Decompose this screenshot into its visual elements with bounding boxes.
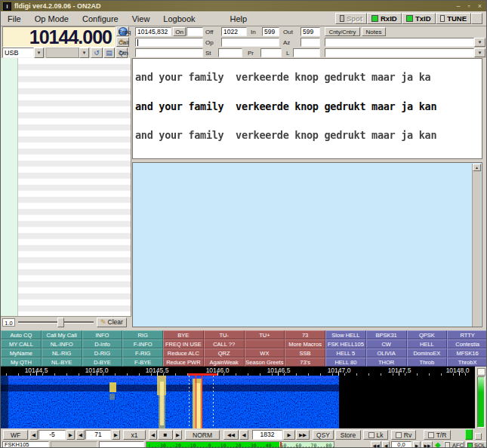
range-increase-button[interactable]: ▶ <box>112 430 120 440</box>
pause-button[interactable]: ■ <box>158 430 173 440</box>
txid-toggle[interactable]: TxID <box>402 13 436 24</box>
macro-button[interactable]: My QTH <box>1 357 42 367</box>
notes-button[interactable]: Notes <box>362 27 386 36</box>
carrier-down-button[interactable]: ◀ <box>239 430 248 440</box>
macro-button[interactable]: More Macros <box>285 339 325 348</box>
locator-field[interactable] <box>293 48 320 57</box>
menu-file[interactable]: File <box>1 12 28 26</box>
macro-button[interactable]: HELL <box>407 339 448 348</box>
frequency-list-button[interactable]: ▤ <box>103 48 115 58</box>
macro-button[interactable]: BPSK31 <box>366 330 407 339</box>
gain-value-field[interactable]: -5 <box>39 430 66 440</box>
province-field[interactable] <box>260 48 282 57</box>
country-combo-dropdown[interactable]: ▼ <box>474 48 485 57</box>
macro-button[interactable]: F-BYE <box>122 357 163 367</box>
macro-button[interactable]: INFO <box>82 330 123 339</box>
call-field[interactable] <box>135 38 203 47</box>
time-on-button[interactable]: On <box>173 27 186 36</box>
macro-button[interactable]: Slow HELL <box>325 330 366 339</box>
macro-button[interactable]: F-INFO <box>122 339 163 348</box>
notes-combo-dropdown[interactable]: ▼ <box>474 38 485 47</box>
tx-text-area[interactable]: ▲ <box>132 162 482 327</box>
macro-button[interactable]: QPSK <box>407 330 448 339</box>
macro-button[interactable]: THOR <box>366 357 407 367</box>
macro-button[interactable]: Call My Call <box>42 330 82 339</box>
macro-button[interactable]: HELL 80 <box>325 357 366 367</box>
op-field[interactable] <box>221 38 279 47</box>
state-field[interactable] <box>218 48 242 57</box>
macro-button[interactable]: 73 <box>285 330 325 339</box>
macro-button[interactable]: RIG <box>122 330 163 339</box>
macro-button[interactable]: Season Greets <box>245 357 285 367</box>
title-bar[interactable]: i fldigi ver4.2.09.06 - ON2AD – ▫ × <box>1 1 487 11</box>
macro-button[interactable]: ThrobX <box>447 357 487 367</box>
macro-button[interactable]: FSK HELL105 <box>325 339 366 348</box>
qth-field[interactable] <box>135 48 203 57</box>
macro-button[interactable]: CW <box>366 339 407 348</box>
zoom-button[interactable]: x1 <box>123 430 146 440</box>
macro-button[interactable]: TU- <box>204 330 245 339</box>
menu-op-mode[interactable]: Op Mode <box>28 12 76 26</box>
macro-button[interactable]: QRZ <box>204 348 245 357</box>
tx-scrollbar[interactable]: ▲ <box>472 164 481 327</box>
scroll-right-button[interactable]: ▶ <box>174 430 182 440</box>
macro-button[interactable]: SSB <box>285 348 325 357</box>
rst-in-field[interactable]: 599 <box>262 27 279 36</box>
macro-button[interactable]: RTTY <box>447 330 487 339</box>
macro-button[interactable]: MFSK16 <box>447 348 487 357</box>
macro-button[interactable]: MY CALL <box>1 339 42 348</box>
wf-mode-button[interactable]: WF <box>3 430 28 440</box>
rxid-toggle[interactable]: RxID <box>367 13 402 24</box>
browser-channel-list[interactable] <box>18 58 131 316</box>
offset-up-button[interactable]: ▶ <box>413 441 421 448</box>
macro-button[interactable]: D-RIG <box>82 348 123 357</box>
macro-button[interactable]: Reduce PWR <box>163 357 204 367</box>
browser-squelch-slider[interactable] <box>18 321 94 324</box>
macro-button[interactable]: 73's <box>285 357 325 367</box>
sql-toggle[interactable]: SQL <box>466 441 487 448</box>
macro-button[interactable]: HELL 5 <box>325 348 366 357</box>
cnty-cntry-button[interactable]: Cnty/Cntry <box>325 27 360 36</box>
macro-button[interactable]: MyName <box>1 348 42 357</box>
minimize-button[interactable]: – <box>457 1 461 11</box>
carrier-frequency-field[interactable]: 1832 <box>252 430 282 440</box>
offset-fast-up-button[interactable]: ▶▶ <box>422 441 433 448</box>
resize-grip[interactable] <box>475 433 482 440</box>
display-mode-button[interactable]: NORM <box>185 430 220 440</box>
log-freq-field[interactable]: 10145,832 <box>135 27 171 36</box>
offset-down-button[interactable]: ◀ <box>382 441 390 448</box>
macro-button[interactable]: NL-BYE <box>42 357 82 367</box>
waterfall-display[interactable] <box>1 376 475 428</box>
time-on-field[interactable] <box>186 27 203 36</box>
slider-handle[interactable] <box>57 318 64 327</box>
macro-button[interactable]: DominoEX <box>407 348 448 357</box>
macro-button[interactable]: BYE <box>163 330 204 339</box>
macro-button[interactable]: NL-RIG <box>42 348 82 357</box>
macro-button[interactable]: D-BYE <box>82 357 123 367</box>
rig-mode-dropdown-button[interactable]: ▼ <box>34 48 44 58</box>
country-combo-field[interactable] <box>325 48 474 57</box>
menu-configure[interactable]: Configure <box>76 12 125 26</box>
macro-button[interactable]: Auto CQ <box>1 330 42 339</box>
carrier-up-button[interactable]: ▶ <box>283 430 295 440</box>
frequency-display[interactable]: 10144.000 <box>2 26 116 48</box>
offset-fast-down-button[interactable]: ◀◀ <box>371 441 381 448</box>
carrier-fast-up-button[interactable]: ▶▶ <box>296 430 310 440</box>
reverse-toggle[interactable]: Rv <box>391 430 416 440</box>
tx-rx-toggle[interactable]: T/R <box>424 430 451 440</box>
macro-button[interactable]: Throb <box>407 357 448 367</box>
browser-clear-button[interactable]: ✎ Clear <box>97 318 127 327</box>
rx-text-area[interactable]: and your family verkeerde knop gedrukt m… <box>132 58 482 159</box>
rst-out-field[interactable]: 599 <box>301 27 320 36</box>
macro-button[interactable]: WX <box>245 348 285 357</box>
mode-status-field[interactable]: FSKH105 <box>2 441 49 448</box>
macro-button[interactable]: Contestia <box>447 339 487 348</box>
macro-button[interactable]: F-RIG <box>122 348 163 357</box>
macro-button[interactable]: CALL ?? <box>204 339 245 348</box>
macro-button[interactable]: AgainWeak <box>204 357 245 367</box>
notes-combo-field[interactable] <box>325 38 474 47</box>
menu-help[interactable]: Help <box>223 12 254 26</box>
scroll-left-button[interactable]: ◀ <box>149 430 157 440</box>
carrier-fast-down-button[interactable]: ◀◀ <box>223 430 239 440</box>
macro-button[interactable]: D-Info <box>82 339 123 348</box>
